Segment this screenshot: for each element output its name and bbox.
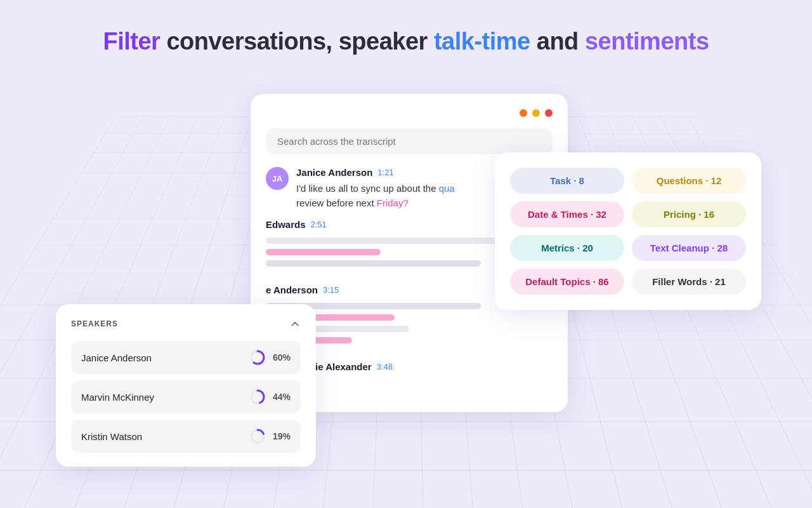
speaker-row-name-marvin: Marvin McKinney (81, 392, 154, 403)
speaker-name-edwards: Edwards (266, 219, 306, 230)
speaker-pct-kristin: 19% (249, 427, 291, 445)
heading-conversations: conversations, speaker (160, 28, 434, 55)
pct-label-marvin: 44% (273, 392, 291, 402)
topic-questions[interactable]: Questions · 12 (632, 168, 746, 194)
dot-orange (520, 109, 527, 117)
msg-highlight-friday: Friday? (377, 197, 409, 208)
speakers-title: SPEAKERS (71, 319, 118, 328)
page-heading: Filter conversations, speaker talk-time … (0, 0, 812, 55)
speaker-row-name-janice: Janice Anderson (81, 352, 152, 363)
card-header (266, 109, 553, 117)
dot-yellow (532, 109, 540, 117)
topic-textcleanup[interactable]: Text Cleanup · 28 (632, 235, 746, 261)
skel-line-2 (266, 249, 381, 255)
timestamp-janice: 1:21 (377, 168, 393, 177)
window-controls (520, 109, 553, 117)
speakers-header: SPEAKERS (71, 318, 301, 330)
skel-line-1 (266, 237, 509, 244)
timestamp-leslie: 3:48 (377, 362, 393, 371)
msg-highlight-qua: qua (439, 183, 455, 194)
heading-sentiments: sentiments (585, 28, 709, 55)
topics-grid: Task · 8 Questions · 12 Date & Times · 3… (510, 168, 746, 295)
circle-chart-janice (249, 349, 266, 366)
msg-suffix-prefix: review before next (296, 197, 377, 208)
dot-red (545, 109, 553, 117)
message-content-janice: Janice Anderson 1:21 I'd like us all to … (296, 167, 455, 210)
timestamp-janice2: 3:15 (323, 285, 339, 295)
topic-defaulttopics[interactable]: Default Topics · 86 (510, 269, 624, 295)
speaker-name-janice: Janice Anderson (296, 167, 372, 178)
pct-label-kristin: 19% (273, 431, 291, 441)
topic-metrics[interactable]: Metrics · 20 (510, 235, 624, 261)
speaker-pct-janice: 60% (249, 349, 291, 366)
app-logo (266, 112, 268, 114)
speaker-row-kristin: Kristin Watson 19% (71, 420, 301, 453)
speakers-card: SPEAKERS Janice Anderson 60% Marvin McKi… (56, 304, 316, 467)
topic-fillerwords[interactable]: Filler Words · 21 (632, 269, 746, 295)
heading-and: and (530, 28, 585, 55)
skel-line-3 (266, 260, 481, 267)
circle-chart-marvin (249, 388, 266, 406)
speaker-row-janice: Janice Anderson 60% (71, 341, 301, 374)
speaker-row-name-kristin: Kristin Watson (81, 431, 142, 442)
topic-datetime[interactable]: Date & Times · 32 (510, 201, 624, 227)
msg-prefix: I'd like us all to sync up about the (296, 183, 439, 194)
heading-talktime: talk-time (434, 28, 530, 55)
topic-task[interactable]: Task · 8 (510, 168, 624, 194)
search-input[interactable] (266, 128, 553, 154)
timestamp-edwards: 2:51 (311, 220, 327, 229)
chevron-up-icon[interactable] (289, 318, 301, 330)
avatar-janice: JA (266, 167, 289, 190)
speaker-row-marvin: Marvin McKinney 44% (71, 380, 301, 413)
topics-card: Task · 8 Questions · 12 Date & Times · 3… (495, 152, 761, 310)
speaker-name-janice2: e Anderson (266, 284, 318, 295)
msg-header-janice: Janice Anderson 1:21 (296, 167, 455, 178)
pct-label-janice: 60% (273, 352, 291, 363)
heading-filter: Filter (103, 28, 160, 55)
message-text-janice: I'd like us all to sync up about the qua… (296, 182, 455, 210)
topic-pricing[interactable]: Pricing · 16 (632, 201, 746, 227)
circle-chart-kristin (249, 427, 266, 445)
speaker-pct-marvin: 44% (249, 388, 291, 406)
